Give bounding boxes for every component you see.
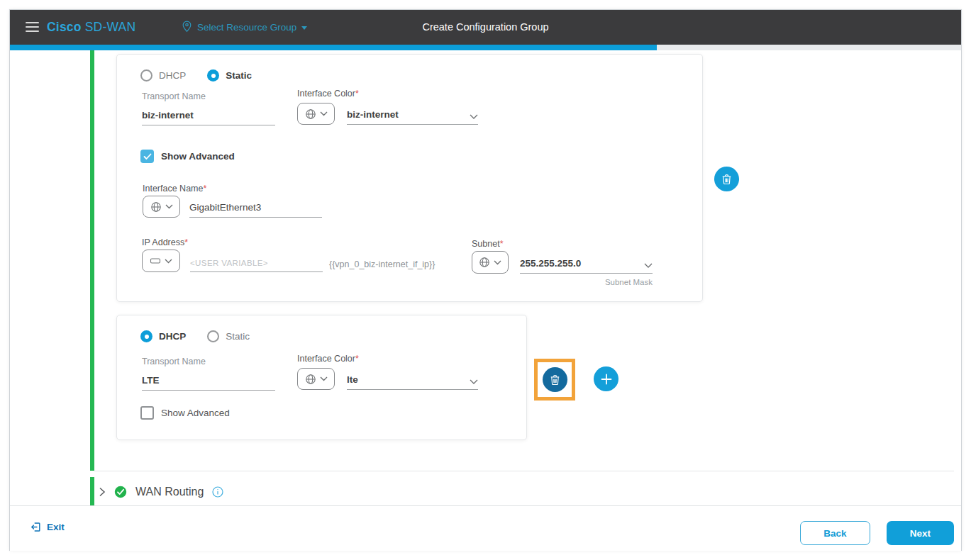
globe-icon [479, 257, 490, 268]
variable-icon [150, 255, 161, 267]
top-navbar: Cisco SD-WAN Select Resource Group Creat… [10, 10, 961, 45]
subnet-value: 255.255.255.0 [520, 258, 581, 269]
checkbox-unchecked-icon[interactable] [140, 406, 154, 420]
globe-icon [305, 108, 316, 120]
required-marker: * [184, 237, 188, 247]
interface-color-select[interactable]: biz-internet [347, 104, 478, 125]
radio-dhcp[interactable]: DHCP [140, 330, 186, 342]
check-circle-icon [114, 486, 127, 498]
chevron-down-icon [165, 204, 173, 209]
delete-transport-button[interactable] [543, 367, 567, 392]
transport-name-label: Transport Name [142, 357, 206, 366]
interface-color-value: biz-internet [347, 109, 399, 120]
wan-routing-label: WAN Routing [135, 486, 204, 498]
radio-static-label: Static [226, 70, 252, 81]
caret-down-icon [301, 26, 307, 30]
chevron-down-icon [494, 260, 501, 265]
interface-name-input[interactable]: GigabitEthernet3 [189, 197, 322, 218]
ip-address-placeholder: <USER VARIABLE> [190, 259, 268, 267]
chevron-down-icon [165, 259, 172, 264]
radio-static[interactable]: Static [207, 69, 252, 82]
subnet-label: Subnet* [472, 239, 504, 249]
radio-static-circle[interactable] [207, 69, 219, 82]
location-pin-icon [182, 21, 192, 35]
brand-rest: SD-WAN [82, 20, 136, 34]
show-advanced-toggle[interactable]: Show Advanced [140, 150, 235, 163]
section-active-bar-wan [90, 477, 94, 505]
address-mode-radios: DHCP Static [140, 69, 273, 82]
trash-icon [550, 374, 560, 386]
interface-color-value: lte [347, 374, 358, 385]
resource-group-selector[interactable]: Select Resource Group [182, 10, 307, 45]
exit-link[interactable]: Exit [30, 522, 65, 532]
app-window: Cisco SD-WAN Select Resource Group Creat… [9, 9, 962, 551]
radio-dhcp-circle[interactable] [140, 69, 152, 82]
required-marker: * [355, 89, 359, 99]
interface-color-scope-dropdown[interactable] [297, 368, 335, 390]
progress-bar-track [10, 45, 961, 50]
required-marker: * [500, 239, 504, 249]
subnet-helper-text: Subnet Mask [520, 278, 653, 286]
required-marker: * [355, 354, 359, 364]
transport-card-biz-internet: DHCP Static Transport Name biz-internet … [116, 54, 703, 302]
progress-fill [10, 45, 657, 50]
transport-name-value: LTE [142, 375, 160, 386]
subnet-select[interactable]: 255.255.255.0 [520, 252, 653, 274]
delete-transport-button[interactable] [714, 167, 739, 191]
wan-routing-section-header[interactable]: WAN Routing [99, 480, 223, 504]
next-button[interactable]: Next [887, 521, 954, 545]
radio-static[interactable]: Static [207, 330, 250, 342]
chevron-down-icon [470, 379, 478, 385]
interface-color-label: Interface Color* [297, 354, 359, 364]
section-active-bar [90, 50, 94, 471]
subnet-scope-dropdown[interactable] [472, 251, 509, 274]
interface-name-label: Interface Name* [143, 184, 206, 194]
transport-name-label: Transport Name [142, 91, 206, 101]
interface-color-select[interactable]: lte [347, 369, 478, 390]
globe-icon [305, 374, 316, 385]
interface-name-scope-dropdown[interactable] [143, 196, 180, 218]
exit-icon [30, 522, 41, 532]
ip-address-label: IP Address* [142, 237, 188, 247]
chevron-down-icon [320, 111, 328, 116]
info-icon[interactable] [212, 486, 223, 498]
radio-static-circle[interactable] [207, 330, 219, 342]
transport-card-lte: DHCP Static Transport Name LTE Interface… [116, 315, 527, 440]
resource-group-label: Select Resource Group [197, 22, 296, 33]
address-mode-radios: DHCP Static [140, 330, 271, 342]
show-advanced-toggle[interactable]: Show Advanced [140, 406, 230, 420]
back-button[interactable]: Back [800, 521, 870, 545]
required-marker: * [203, 184, 206, 194]
transport-name-input[interactable]: biz-internet [142, 106, 275, 125]
add-transport-button[interactable] [594, 366, 618, 391]
chevron-right-icon[interactable] [99, 487, 106, 497]
menu-icon[interactable] [26, 22, 39, 35]
chevron-down-icon [470, 114, 478, 120]
show-advanced-label: Show Advanced [161, 151, 235, 162]
radio-dhcp[interactable]: DHCP [140, 69, 186, 82]
trash-icon [721, 174, 732, 185]
plus-icon [601, 374, 612, 385]
interface-color-label: Interface Color* [297, 89, 359, 99]
ip-address-device-variable: {{vpn_0_biz-internet_if_ip}} [329, 259, 435, 269]
transport-name-value: biz-internet [142, 110, 194, 121]
footer-bar: Exit Back Next [10, 505, 961, 551]
globe-icon [150, 201, 162, 213]
ip-address-scope-dropdown[interactable] [142, 250, 180, 272]
ip-address-input[interactable]: <USER VARIABLE> [190, 251, 323, 272]
transport-name-input[interactable]: LTE [142, 371, 275, 391]
radio-dhcp-label: DHCP [159, 70, 186, 81]
show-advanced-label: Show Advanced [161, 408, 230, 418]
interface-color-scope-dropdown[interactable] [297, 103, 335, 125]
section-divider [94, 471, 954, 471]
checkbox-checked-icon[interactable] [140, 150, 154, 163]
page-title: Create Configuration Group [422, 10, 548, 45]
chevron-down-icon [644, 263, 653, 269]
brand-bold: Cisco [47, 20, 82, 34]
interface-name-value: GigabitEthernet3 [189, 202, 261, 213]
exit-label: Exit [47, 522, 65, 532]
radio-static-label: Static [226, 331, 250, 342]
radio-dhcp-circle[interactable] [140, 330, 152, 342]
radio-dhcp-label: DHCP [159, 331, 186, 342]
delete-button-highlight [534, 359, 575, 401]
